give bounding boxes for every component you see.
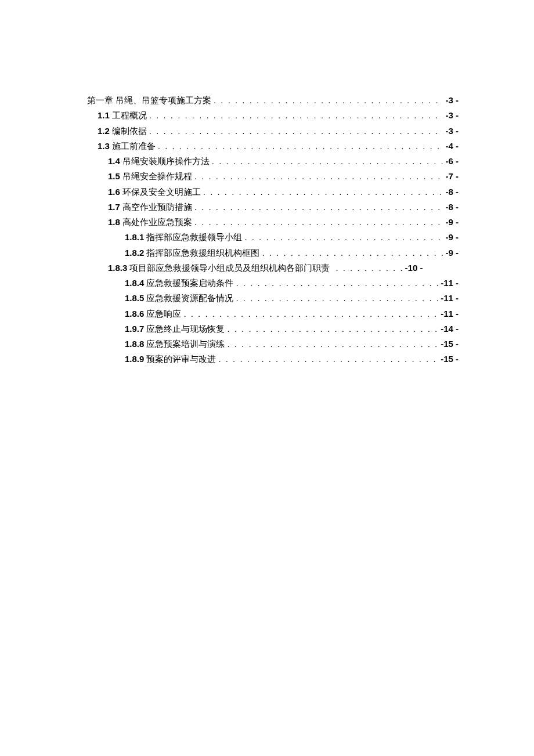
toc-entry-page: -8 - [446, 200, 459, 215]
toc-entry-title: 预案的评审与改进 [146, 352, 216, 367]
toc-entry-title: 高空作业预防措施 [122, 200, 192, 215]
toc-entry-number: 1.8 [108, 215, 120, 230]
toc-entry: 1.8.4 应急救援预案启动条件. . . . . . . . . . . . … [87, 276, 459, 291]
toc-leader-dots: . . . . . . . . . . . . . . . . . . . . … [214, 93, 443, 108]
toc-entry: 1.8.9 预案的评审与改进. . . . . . . . . . . . . … [87, 352, 459, 367]
toc-entry-page: -11 - [441, 291, 459, 306]
toc-entry-number: 1.8.4 [125, 276, 144, 291]
toc-entry: 1.6 环保及安全文明施工. . . . . . . . . . . . . .… [87, 185, 459, 200]
toc-entry-title: 应急预案培训与演练 [146, 337, 225, 352]
toc-leader-dots: . . . . . . . . . . . . . . . . . . . . … [227, 321, 438, 337]
table-of-contents: 第一章 吊绳、吊篮专项施工方案. . . . . . . . . . . . .… [87, 93, 459, 367]
toc-entry: 1.8.2 指挥部应急救援组织机构框图. . . . . . . . . . .… [87, 245, 459, 261]
toc-leader-dots: . . . . . . . . . . . . . . . . . . . . … [262, 245, 443, 261]
toc-entry-page: -8 - [446, 185, 459, 200]
toc-leader-dots: . . . . . . . . . . . . . . . . . . . . … [244, 230, 443, 245]
toc-entry-number: 1.5 [108, 169, 120, 184]
toc-entry-number: 1.2 [98, 124, 110, 139]
toc-entry-number: 1.3 [98, 139, 110, 154]
toc-entry-number: 1.6 [108, 185, 120, 200]
toc-leader-dots: . . . . . . . . . . . . . . . . . . . . … [194, 215, 443, 230]
toc-entry-page: -9 - [446, 230, 459, 245]
toc-entry: 1.5 吊绳安全操作规程. . . . . . . . . . . . . . … [87, 169, 459, 184]
toc-entry-page: -9 - [446, 245, 459, 261]
toc-entry-title: 应急救援资源配备情况 [146, 291, 233, 306]
toc-entry-title: 应急响应 [146, 306, 181, 321]
toc-entry-page: -15 - [441, 352, 459, 367]
toc-entry-page: -3 - [446, 93, 459, 108]
toc-leader-dots: . . . . . . . . . . . . . . . . . . . . … [183, 306, 438, 321]
toc-entry: 1.7 高空作业预防措施. . . . . . . . . . . . . . … [87, 200, 459, 215]
toc-entry-page: -3 - [446, 108, 459, 123]
toc-entry-page: -7 - [446, 169, 459, 184]
toc-leader-dots: . . . . . . . . . . . . . . . . . . . . … [158, 139, 443, 154]
toc-entry-page: -9 - [446, 215, 459, 230]
toc-entry-page: -15 - [441, 337, 459, 352]
toc-entry: 第一章 吊绳、吊篮专项施工方案. . . . . . . . . . . . .… [87, 93, 459, 108]
toc-entry-title: 项目部应急救援领导小组成员及组织机构各部门职责 [129, 261, 330, 276]
toc-entry-page: -6 - [446, 154, 459, 169]
toc-entry-number: 1.8.3 [108, 261, 127, 276]
toc-entry-page: -4 - [446, 139, 459, 154]
toc-leader-dots: . . . . . . . . . . . . . . . . . . . . … [194, 169, 443, 184]
toc-entry-page: -11 - [441, 276, 459, 291]
toc-leader-dots: . . . . . . . . . . . . . . . . . . . . … [236, 276, 438, 291]
toc-entry-title: 吊绳安全操作规程 [122, 169, 192, 184]
toc-entry: 1.8.5 应急救援资源配备情况. . . . . . . . . . . . … [87, 291, 459, 306]
toc-entry: 1.8.6 应急响应. . . . . . . . . . . . . . . … [87, 306, 459, 321]
toc-leader-dots: . . . . . . . . . . [335, 261, 403, 276]
toc-entry-page: -10 - [405, 261, 423, 276]
toc-leader-dots: . . . . . . . . . . . . . . . . . . . . … [203, 185, 443, 200]
toc-leader-dots: . . . . . . . . . . . . . . . . . . . . … [149, 108, 443, 123]
toc-entry-title: 吊绳、吊篮专项施工方案 [116, 93, 211, 108]
toc-entry-number: 1.4 [108, 154, 120, 169]
toc-entry: 1.9.7 应急终止与现场恢复. . . . . . . . . . . . .… [87, 321, 459, 337]
toc-entry-title: 工程概况 [112, 108, 147, 123]
toc-entry-page: -11 - [441, 306, 459, 321]
toc-entry-number: 1.8.9 [125, 352, 144, 367]
toc-entry-number: 1.1 [98, 108, 110, 123]
toc-entry-title: 吊绳安装顺序操作方法 [122, 154, 210, 169]
toc-leader-dots: . . . . . . . . . . . . . . . . . . . . … [227, 337, 438, 352]
toc-entry-number: 1.8.8 [125, 337, 144, 352]
toc-entry: 1.8.8 应急预案培训与演练. . . . . . . . . . . . .… [87, 337, 459, 352]
toc-entry: 1.2 编制依据. . . . . . . . . . . . . . . . … [87, 124, 459, 139]
toc-entry-title: 编制依据 [112, 124, 147, 139]
toc-leader-dots: . . . . . . . . . . . . . . . . . . . . … [236, 291, 438, 306]
toc-entry-number: 1.8.1 [125, 230, 144, 245]
toc-leader-dots: . . . . . . . . . . . . . . . . . . . . … [149, 124, 443, 139]
toc-entry: 1.3 施工前准备. . . . . . . . . . . . . . . .… [87, 139, 459, 154]
toc-entry-title: 应急终止与现场恢复 [146, 321, 225, 337]
toc-entry-title: 高处作业应急预案 [122, 215, 192, 230]
toc-entry: 1.8 高处作业应急预案. . . . . . . . . . . . . . … [87, 215, 459, 230]
toc-leader-dots: . . . . . . . . . . . . . . . . . . . . … [218, 352, 438, 367]
toc-entry-number: 1.8.5 [125, 291, 144, 306]
toc-entry-page: -14 - [441, 321, 459, 337]
toc-entry-number: 1.7 [108, 200, 120, 215]
toc-entry-title: 环保及安全文明施工 [122, 185, 201, 200]
toc-entry-number: 1.8.6 [125, 306, 144, 321]
toc-leader-dots: . . . . . . . . . . . . . . . . . . . . … [212, 154, 443, 169]
toc-entry-number: 1.8.2 [125, 245, 144, 261]
toc-entry: 1.8.3 项目部应急救援领导小组成员及组织机构各部门职责. . . . . .… [87, 261, 459, 276]
toc-entry-title: 施工前准备 [112, 139, 156, 154]
toc-entry-number: 第一章 [87, 93, 113, 108]
toc-entry-title: 指挥部应急救援领导小组 [146, 230, 242, 245]
toc-entry: 1.4 吊绳安装顺序操作方法. . . . . . . . . . . . . … [87, 154, 459, 169]
toc-entry-title: 指挥部应急救援组织机构框图 [146, 245, 259, 261]
toc-entry: 1.8.1 指挥部应急救援领导小组. . . . . . . . . . . .… [87, 230, 459, 245]
toc-entry-number: 1.9.7 [125, 321, 144, 337]
toc-entry-page: -3 - [446, 124, 459, 139]
toc-leader-dots: . . . . . . . . . . . . . . . . . . . . … [194, 200, 443, 215]
toc-entry-title: 应急救援预案启动条件 [146, 276, 233, 291]
toc-entry: 1.1 工程概况. . . . . . . . . . . . . . . . … [87, 108, 459, 123]
